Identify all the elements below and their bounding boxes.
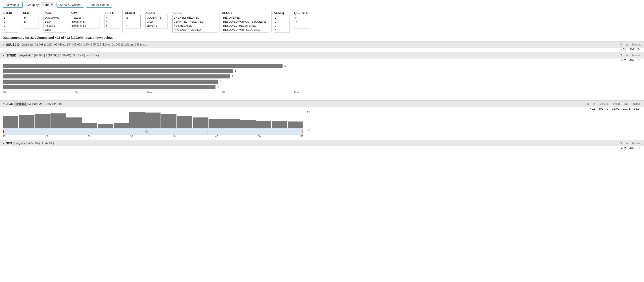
axis-tick: 20% <box>294 91 299 94</box>
siteid-n: 402 <box>630 58 634 62</box>
bar-label: 2 <box>232 75 234 78</box>
usubjid-n: 402 <box>630 48 634 51</box>
filter-item: RECOVERED <box>223 16 268 20</box>
filter-box-saffl[interactable]: N N Y <box>104 15 120 28</box>
triangle-icon-siteid: ▼ <box>3 54 5 57</box>
filter-box-race[interactable]: Other/Mixed Black Hispanic White <box>44 15 66 32</box>
age-median: 36.0 <box>634 107 640 110</box>
usubjid-values: 02-003 (1.2%) | 05-030 (1.2%) | 05-028 (… <box>35 43 620 46</box>
range-q3-marker <box>207 130 208 133</box>
x-tick: 55 <box>300 135 303 138</box>
missing-label: Missing <box>632 142 641 145</box>
axis-tick: 10% <box>147 91 152 94</box>
sex-n: 402 <box>630 146 634 150</box>
missing-label: Missing <box>600 102 608 105</box>
filter-col-aeser: AESER N Y <box>123 11 143 32</box>
x-tick: 40 <box>173 135 176 138</box>
filter-col-sex: SEX F M <box>21 11 41 32</box>
hist-bar <box>224 119 240 128</box>
hist-bar <box>66 118 82 128</box>
hist-bar <box>272 121 287 128</box>
section-header-age[interactable]: ▼ AGE continuous 18 | 19 | 20 | ... | 53… <box>0 101 644 107</box>
sex-N: 402 <box>621 146 626 150</box>
filter-item: 4 <box>4 28 17 32</box>
axis-tick: 5% <box>75 91 78 94</box>
filter-box-queryfl[interactable]: N Y <box>294 15 310 28</box>
filter-box-aeseq[interactable]: 1 2 3 4 <box>274 15 290 32</box>
filter-col-queryfl: QUERYFL N Y <box>292 11 312 32</box>
age-chart: 50 0 20 25 30 35 <box>0 110 644 140</box>
data-summary: Data summary for 23 columns and 402 of 4… <box>0 34 644 41</box>
range-handle[interactable] <box>145 130 148 133</box>
hist-bar <box>98 124 113 128</box>
age-badge: continuous <box>14 102 27 106</box>
filter-box-sex[interactable]: F M <box>23 15 39 28</box>
filter-header-sex: SEX <box>23 11 39 14</box>
siteid-missing: 0 <box>638 58 640 62</box>
filter-box-aesev[interactable]: MODERATE MILD SEVERE <box>145 15 168 28</box>
filter-col-saffl: SAFFL N N Y <box>102 11 123 32</box>
bar-fill <box>3 69 233 73</box>
filter-header-queryfl: QUERYFL <box>294 11 310 14</box>
filter-item: White <box>44 28 65 32</box>
usubjid-stats: N n Missing <box>620 43 641 46</box>
x-tick: 30 <box>88 135 90 138</box>
filter-header-aeseq: AESEQ <box>274 11 290 14</box>
siteid-bar-row: 2 <box>3 74 641 78</box>
show-all-charts-button[interactable]: Show All Charts <box>56 2 84 8</box>
hist-bar <box>192 118 208 128</box>
section-header-sex[interactable]: ▶ SEX categorical M (53.0%) | F (47.0%) … <box>0 140 644 146</box>
n-lower-label: n <box>626 54 628 57</box>
section-siteid: ▼ SITEID categorical 5 (24.1%) | 1 (19.7… <box>0 52 644 100</box>
hide-all-charts-button[interactable]: Hide All Charts <box>86 2 112 8</box>
age-values: 18 | 19 | 20 | ... | 53 | 54 | 55 <box>28 102 587 105</box>
filter-box-siteid[interactable]: 1 2 3 4 <box>3 15 18 32</box>
group-by-select[interactable]: None <box>41 2 54 8</box>
age-x-axis: 20 25 30 35 40 45 50 55 <box>3 134 303 138</box>
siteid-badge: categorical <box>18 54 31 57</box>
hist-bar <box>50 114 66 128</box>
triangle-icon-usubjid: ▶ <box>3 44 4 46</box>
filter-box-aeout[interactable]: RECOVERED RESOLVED WITHOUT SEQUELAE RESO… <box>222 15 269 32</box>
filter-header-saffl: SAFFL <box>104 11 120 14</box>
filter-item: RESOLVED, RECOVERED <box>223 24 268 28</box>
n-label: N <box>587 102 589 105</box>
siteid-bar-row: 4 <box>3 85 641 89</box>
n-label: N <box>620 54 622 57</box>
n-lower-label: n <box>626 43 628 46</box>
toolbar: View data Group by None Show All Charts … <box>0 0 644 10</box>
triangle-icon-sex: ▶ <box>3 142 4 144</box>
median-label: median <box>632 102 641 105</box>
filter-box-aerel[interactable]: UNLIKELY RELATED DEFINITELY RELEATED NOT… <box>172 15 217 32</box>
sex-badge: categorical <box>14 142 26 145</box>
age-range-slider[interactable] <box>3 128 303 134</box>
triangle-icon-age: ▼ <box>3 103 5 105</box>
filter-box-arm[interactable]: Placebo Treatment A Treatment B <box>71 15 100 28</box>
range-max-marker <box>302 130 302 133</box>
usubjid-badge: categorical <box>21 43 34 46</box>
bar-fill <box>3 64 282 68</box>
bar-fill <box>3 80 218 84</box>
sex-missing: 0 <box>638 146 640 150</box>
filter-item: Other/Mixed <box>44 16 65 20</box>
bar-label: 1 <box>235 70 236 73</box>
filter-item: RESOLVED WITHOUT SEQUELAE <box>223 20 268 24</box>
filter-box-aeser[interactable]: N Y <box>125 15 140 28</box>
filter-item: RESOLVED WITH SEQUELAE <box>223 28 268 32</box>
section-header-siteid[interactable]: ▼ SITEID categorical 5 (24.1%) | 1 (19.7… <box>0 52 644 58</box>
bar-label: 4 <box>217 85 219 88</box>
x-tick: 25 <box>45 135 48 138</box>
age-mean: 35.00 <box>612 107 620 110</box>
sex-title: SEX <box>6 142 12 145</box>
section-header-usubjid[interactable]: ▶ USUBJID categorical 02-003 (1.2%) | 05… <box>0 42 644 48</box>
filter-item: Black <box>44 20 65 24</box>
filter-col-race: RACE Other/Mixed Black Hispanic White <box>41 11 68 32</box>
view-data-button[interactable]: View data <box>3 2 23 8</box>
filter-item: Hispanic <box>44 24 65 28</box>
filter-header-aeser: AESER <box>125 11 140 14</box>
hist-bar <box>256 120 272 128</box>
bar-fill <box>3 74 230 78</box>
siteid-stats: N n Missing <box>620 54 641 57</box>
filter-item: 1 <box>275 16 288 20</box>
age-hist-bar-group <box>3 110 303 128</box>
